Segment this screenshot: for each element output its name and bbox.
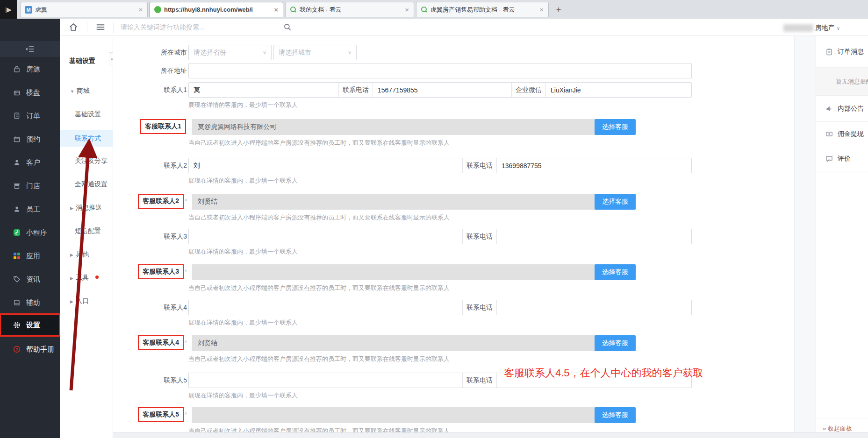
- contact-row-1: 联系人1 联系电话 企业微信: [113, 82, 795, 98]
- chevron-right-icon: ▶: [70, 299, 73, 304]
- contact1-name-input[interactable]: [189, 83, 338, 97]
- select-cs-button[interactable]: 选择客服: [595, 264, 636, 280]
- contact5-name-input[interactable]: [189, 373, 462, 388]
- sidebar-item-orders[interactable]: 订单: [0, 110, 60, 122]
- close-icon[interactable]: ×: [273, 6, 279, 14]
- sidebar-item-label: 员工: [26, 205, 40, 214]
- contact2-name-input[interactable]: [189, 158, 462, 173]
- cs-contact1-field: 莫@虎翼网络科技有限公司: [192, 119, 595, 135]
- close-icon[interactable]: ×: [137, 6, 143, 14]
- contact-hint: 展现在详情的客服内，最少填一个联系人: [188, 318, 298, 327]
- select-cs-button[interactable]: 选择客服: [595, 119, 636, 135]
- sidebar-item-stores[interactable]: 门店: [0, 180, 60, 192]
- submenu-item-message-push[interactable]: ▶消息推送: [60, 199, 113, 216]
- submenu-item-entrance[interactable]: ▶入口: [60, 292, 113, 309]
- sidebar-item-houses[interactable]: 房源: [0, 63, 60, 75]
- submenu-item-other[interactable]: ▶其他: [60, 246, 113, 262]
- empty-notice: 暂无消息提醒: [816, 68, 868, 96]
- contact1-wechat-input[interactable]: [546, 83, 691, 97]
- contact1-phone-input[interactable]: [373, 83, 511, 97]
- new-tab-button[interactable]: +: [552, 4, 565, 16]
- field-label: 所在地址: [113, 63, 187, 78]
- home-icon[interactable]: [68, 22, 79, 33]
- user-menu[interactable]: 房地产 ∨: [783, 24, 840, 32]
- select-cs-button[interactable]: 选择客服: [595, 194, 636, 210]
- cs-label-redbox-annotation: 客服联系人5: [138, 407, 184, 422]
- cs-contact-row-2: 客服联系人2* 刘贤结 选择客服: [113, 194, 795, 210]
- close-icon[interactable]: ×: [538, 6, 545, 14]
- cs-contact4-field: 刘贤结: [192, 335, 595, 351]
- cs-contact-row-1: 客服联系人1 莫@虎翼网络科技有限公司 选择客服: [113, 119, 795, 135]
- submenu-item-basic-settings-group[interactable]: 基础设置: [60, 52, 113, 69]
- sidebar-item-apps[interactable]: 应用: [0, 250, 60, 262]
- panel-item-order-messages[interactable]: 订单消息: [816, 36, 868, 68]
- sidebar-collapse-button[interactable]: [0, 41, 60, 57]
- cs-hint: 当自己或者初次进入小程序端的客户房源没有推荐的员工时，而又要联系在线客服时显示的…: [188, 213, 450, 222]
- contact2-phone-input[interactable]: [497, 158, 691, 173]
- tag-icon: [13, 276, 21, 283]
- submenu-item-allnet-settings[interactable]: 全网通设置: [60, 176, 113, 192]
- sidebar-item-customers[interactable]: 客户: [0, 156, 60, 169]
- submenu-item-tools[interactable]: ▶工具: [60, 269, 113, 286]
- submenu-item-contact-method[interactable]: 联系方式: [60, 130, 113, 147]
- vertical-tabs-button[interactable]: |▶: [0, 0, 17, 19]
- menu-toggle-icon[interactable]: [95, 22, 107, 33]
- submenu-item-basic-settings[interactable]: 基础设置: [60, 106, 113, 122]
- search-icon[interactable]: [283, 23, 292, 31]
- user-name-redacted: [783, 24, 813, 32]
- sidebar-item-appointments[interactable]: 预约: [0, 133, 60, 145]
- chevron-down-icon: ▼: [70, 89, 74, 94]
- phone-label: 联系电话: [462, 158, 497, 173]
- sidebar-item-help-manual[interactable]: ? 帮助手册: [0, 343, 60, 355]
- sidebar-item-label: 楼盘: [26, 88, 40, 97]
- panel-item-reviews[interactable]: 评价: [816, 146, 868, 171]
- contact-hint: 展现在详情的客服内，最少填一个联系人: [188, 391, 298, 400]
- contact3-name-input[interactable]: [189, 229, 462, 244]
- address-input[interactable]: [188, 63, 692, 78]
- search-input[interactable]: 请输入关键词进行功能搜索...: [121, 23, 205, 32]
- contact4-name-input[interactable]: [189, 300, 462, 315]
- chevron-down-icon: ∨: [837, 26, 840, 31]
- user-name-suffix: 房地产: [815, 24, 835, 32]
- question-circle-icon: ?: [13, 346, 21, 353]
- comment-icon: [825, 155, 833, 162]
- panel-item-internal-notice[interactable]: 内部公告: [816, 96, 868, 122]
- phone-label: 联系电话: [338, 83, 373, 97]
- sidebar-item-news[interactable]: 资讯: [0, 273, 60, 285]
- province-select[interactable]: 请选择省份∨: [188, 45, 272, 60]
- bottom-strip: [113, 432, 868, 438]
- sidebar-item-buildings[interactable]: 楼盘: [0, 86, 60, 99]
- kanyun-icon: [420, 6, 428, 14]
- apps-grid-icon: [13, 252, 21, 260]
- city-select[interactable]: 请选择城市∨: [273, 45, 357, 60]
- city-row: 所在城市 请选择省份∨ 请选择城市∨: [113, 45, 795, 60]
- contact3-phone-input[interactable]: [497, 229, 691, 244]
- cs-label-redbox-annotation: 客服联系人4: [138, 335, 184, 350]
- browser-tab-mydocs[interactable]: 我的文档 · 看云 ×: [285, 2, 414, 17]
- content-gutter: [795, 36, 816, 438]
- sidebar-item-label: 资讯: [26, 275, 40, 284]
- browser-tab-bar: |▶ M 虎翼 × https://huyi8.nnhuyi.com/web/i…: [0, 0, 868, 19]
- select-cs-button[interactable]: 选择客服: [595, 335, 636, 351]
- sidebar-item-assist[interactable]: 辅助: [0, 297, 60, 309]
- sidebar-item-label: 预约: [26, 135, 40, 144]
- sidebar-item-staff[interactable]: 员工: [0, 203, 60, 215]
- submenu-item-sms-config[interactable]: 短信配置: [60, 222, 113, 239]
- sidebar-item-label: 辅助: [26, 298, 40, 307]
- contact4-phone-input[interactable]: [497, 300, 691, 315]
- submenu-item-mall[interactable]: ▼商城: [60, 82, 113, 99]
- chevron-right-icon: ▶: [70, 253, 73, 257]
- sidebar-item-settings[interactable]: 设置: [0, 314, 60, 336]
- select-cs-button[interactable]: 选择客服: [595, 407, 636, 423]
- sidebar-item-miniprogram[interactable]: 小程序: [0, 226, 60, 239]
- submenu-item-follow-share[interactable]: 关注及分享: [60, 152, 113, 169]
- close-icon[interactable]: ×: [404, 6, 410, 14]
- chevron-right-icon: ▶: [70, 276, 73, 281]
- browser-tab-huyi[interactable]: M 虎翼 ×: [21, 2, 148, 17]
- chevron-right-icon: ▶: [70, 206, 73, 211]
- browser-tab-help-doc[interactable]: 虎翼房产销售易帮助文档 · 看云 ×: [416, 2, 549, 17]
- primary-sidebar: 房源 楼盘 订单 预约 客户 门店 员工 小程序: [0, 19, 60, 438]
- cs-hint: 当自己或者初次进入小程序端的客户房源没有推荐的员工时，而又要联系在线客服时显示的…: [188, 139, 450, 147]
- browser-tab-active-url[interactable]: https://huyi8.nnhuyi.com/web/i ×: [150, 2, 283, 17]
- panel-item-commission-withdraw[interactable]: 佣金提现: [816, 122, 868, 146]
